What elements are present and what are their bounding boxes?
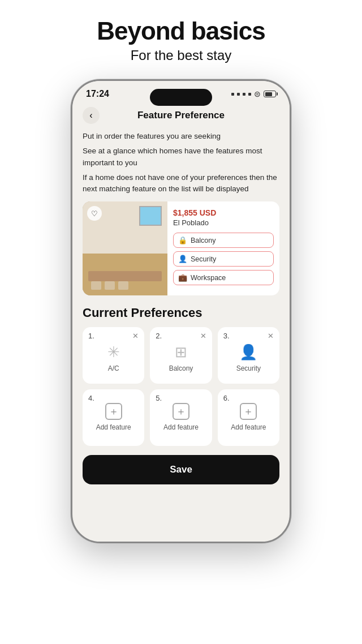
signal-dot-1 [231,93,234,96]
pref-label-security: Security [236,364,261,372]
pref-number-4: 4. [88,394,94,402]
back-button[interactable]: ‹ [83,107,100,124]
property-price: $1,855 USD [173,208,274,217]
nav-title: Feature Preference [137,110,225,121]
status-icons: ⊜ [231,89,276,98]
prefs-grid: 1. ✕ ✳ A/C 2. ✕ ⊞ Balcony 3. ✕ 👤 Securit… [83,327,279,446]
pref-card-add-5[interactable]: 5. ＋ Add feature [150,389,212,446]
pref-number-6: 6. [223,394,230,402]
pref-number-3: 3. [223,332,230,340]
pref-label-add-6: Add feature [231,423,266,431]
room-chair-2 [105,281,115,290]
desc-text-2: See at a glance which homes have the fea… [83,145,279,169]
balcony-lock-icon: 🔒 [178,236,187,244]
page-subtitle: For the best stay [97,48,265,63]
current-prefs-title: Current Preferences [83,306,279,320]
back-icon: ‹ [89,110,92,121]
save-button[interactable]: Save [83,455,279,484]
add-feature-icon-6: ＋ [240,403,257,420]
pref-number-5: 5. [156,394,162,402]
workspace-briefcase-icon: 💼 [178,273,187,282]
room-chairs [91,281,128,290]
battery-fill [265,92,273,96]
signal-dot-4 [248,93,251,96]
feature-tag-workspace: 💼 Workspace [173,270,274,285]
save-label: Save [170,464,192,475]
feature-tag-workspace-label: Workspace [191,274,226,282]
screen-content: ‹ Feature Preference Put in order the fe… [72,102,290,500]
feature-tag-security: 👤 Security [173,251,274,267]
pref-label-balcony: Balcony [169,364,193,372]
nav-bar: ‹ Feature Preference [83,102,279,131]
ac-snowflake-icon: ✳ [107,344,120,361]
feature-tag-balcony-label: Balcony [191,237,216,244]
pref-card-add-6[interactable]: 6. ＋ Add feature [218,389,279,446]
room-chair-1 [91,281,101,290]
add-feature-icon-5: ＋ [173,403,189,420]
pref-card-ac: 1. ✕ ✳ A/C [83,327,144,384]
battery-icon [264,91,276,97]
pref-close-2[interactable]: ✕ [200,332,206,340]
room-window [139,206,162,226]
pref-card-security: 3. ✕ 👤 Security [218,327,279,384]
battery-tip [277,92,278,96]
room-table [88,271,162,281]
add-feature-icon-4: ＋ [105,403,122,420]
property-location: El Poblado [173,218,274,227]
pref-number-2: 2. [156,332,162,340]
property-card: ♡ $1,855 USD El Poblado 🔒 Balcony 👤 Secu… [83,201,279,295]
feature-tag-balcony: 🔒 Balcony [173,233,274,248]
pref-close-3[interactable]: ✕ [268,332,274,340]
feature-tag-security-label: Security [191,255,216,263]
pref-card-add-4[interactable]: 4. ＋ Add feature [83,389,144,446]
pref-label-add-4: Add feature [96,423,131,431]
pref-label-ac: A/C [108,364,119,372]
pref-number-1: 1. [88,332,94,340]
balcony-grid-icon: ⊞ [175,344,187,361]
signal-dot-2 [237,93,240,96]
desc-text-3: If a home does not have one of your pref… [83,172,279,195]
desc-text-1: Put in order the features you are seekin… [83,131,279,142]
signal-dot-3 [243,93,245,96]
pref-card-balcony: 2. ✕ ⊞ Balcony [150,327,212,384]
page-title: Beyond basics [97,17,265,45]
security-person-icon: 👤 [178,255,187,263]
status-time: 17:24 [86,89,109,99]
wifi-icon: ⊜ [254,89,261,98]
pref-label-add-5: Add feature [163,423,199,431]
phone-shell: 17:24 ⊜ ‹ Feature Preference Put in orde… [71,79,291,543]
page-header: Beyond basics For the best stay [97,17,265,63]
property-info: $1,855 USD El Poblado 🔒 Balcony 👤 Securi… [167,201,279,295]
property-image: ♡ [83,201,167,295]
room-chair-3 [118,281,128,290]
security-person-icon: 👤 [239,344,257,361]
pref-close-1[interactable]: ✕ [132,332,139,340]
